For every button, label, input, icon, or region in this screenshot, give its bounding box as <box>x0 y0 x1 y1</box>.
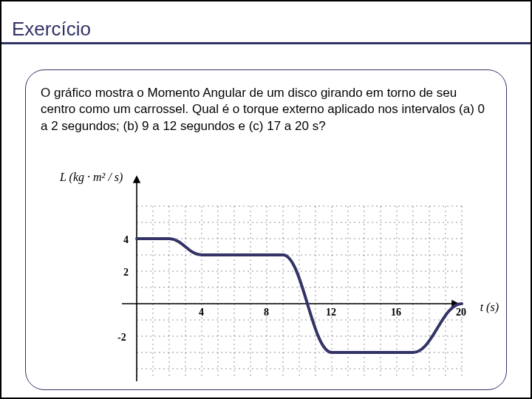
chart: L (kg · m² / s) t (s) {"x0":110,"y0":180… <box>55 171 469 385</box>
slide-title: Exercício <box>12 18 91 40</box>
x-tick-12: 12 <box>326 307 336 318</box>
title-bar: Exercício <box>1 18 531 44</box>
problem-statement: O gráfico mostra o Momento Angular de um… <box>41 85 491 134</box>
axes <box>122 177 458 381</box>
chart-svg: {"x0":110,"y0":180,"ux":22,"uy":22} <box>55 171 469 385</box>
x-tick-4: 4 <box>199 307 204 318</box>
y-axis-label: L (kg · m² / s) <box>60 171 123 184</box>
y-tick-4: 4 <box>123 234 129 246</box>
content-card: O gráfico mostra o Momento Angular de um… <box>25 69 507 390</box>
x-tick-16: 16 <box>391 307 401 318</box>
slide-page: Exercício O gráfico mostra o Momento Ang… <box>1 1 531 398</box>
y-tick-2: 2 <box>123 267 129 279</box>
y-tick-n2: -2 <box>117 332 126 344</box>
x-tick-20: 20 <box>456 307 466 318</box>
svg-marker-33 <box>134 177 140 183</box>
x-axis-label: t (s) <box>480 301 499 314</box>
x-tick-8: 8 <box>264 307 269 318</box>
